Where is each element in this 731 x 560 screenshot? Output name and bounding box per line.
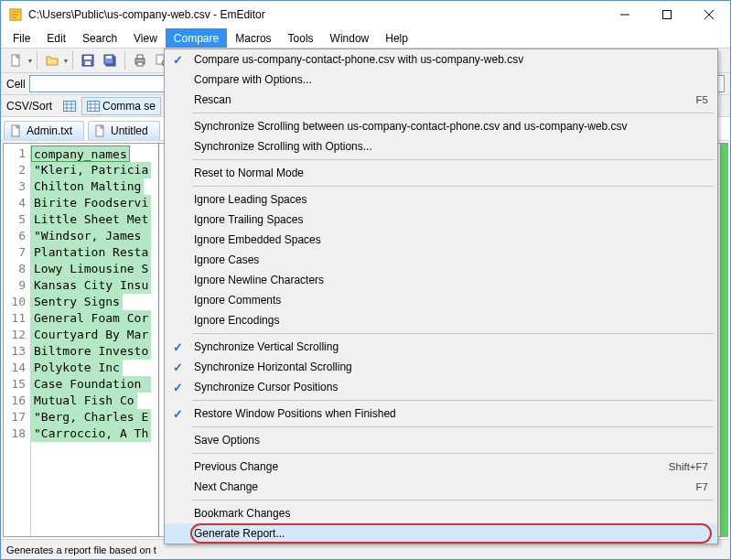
menu-edit[interactable]: Edit bbox=[38, 28, 74, 48]
menu-item[interactable]: Synchronize Scrolling with Options... bbox=[165, 136, 717, 156]
svg-rect-8 bbox=[106, 56, 112, 59]
menubar: FileEditSearchViewCompareMacrosToolsWind… bbox=[1, 28, 730, 48]
table-row[interactable]: General Foam Cor bbox=[31, 310, 158, 327]
menu-item[interactable]: Synchronize Scrolling between us-company… bbox=[165, 116, 717, 136]
table-row[interactable]: Chilton Malting bbox=[31, 178, 158, 195]
table-row[interactable]: Lowy Limousine S bbox=[31, 261, 158, 277]
print-icon[interactable] bbox=[130, 50, 150, 70]
dropdown-arrow-icon[interactable]: ▾ bbox=[28, 57, 32, 65]
table-row[interactable]: "Carroccio, A Th bbox=[31, 425, 158, 442]
table-row[interactable]: Mutual Fish Co bbox=[31, 393, 158, 409]
menu-item[interactable]: Ignore Trailing Spaces bbox=[165, 210, 717, 230]
menu-view[interactable]: View bbox=[125, 28, 166, 48]
menu-item[interactable]: Ignore Leading Spaces bbox=[165, 189, 717, 210]
table-row[interactable]: Biltmore Investo bbox=[31, 343, 158, 360]
menu-item-label: Ignore Leading Spaces bbox=[190, 193, 708, 206]
csv-mode-label: Comma se bbox=[102, 100, 156, 113]
csv-mode-button[interactable]: Comma se bbox=[81, 97, 161, 115]
menu-item[interactable]: Save Options bbox=[165, 430, 717, 450]
check-icon: ✓ bbox=[173, 361, 183, 374]
menu-item-label: Bookmark Changes bbox=[190, 507, 708, 520]
table-row[interactable]: company_names bbox=[31, 145, 158, 162]
menu-file[interactable]: File bbox=[5, 28, 38, 48]
table-row[interactable]: "Windsor, James bbox=[31, 228, 158, 244]
table-row[interactable]: Birite Foodservi bbox=[31, 195, 158, 211]
menu-item-label: Previous Change bbox=[190, 460, 669, 473]
table-row[interactable]: Plantation Resta bbox=[31, 244, 158, 261]
check-icon: ✓ bbox=[173, 407, 183, 421]
menu-item-label: Synchronize Scrolling with Options... bbox=[190, 140, 708, 153]
main-window: C:\Users\Public\us-company-web.csv - EmE… bbox=[0, 0, 731, 560]
menu-item-label: Ignore Comments bbox=[190, 294, 708, 307]
table-row[interactable]: Little Sheet Met bbox=[31, 211, 158, 228]
menu-tools[interactable]: Tools bbox=[280, 28, 322, 48]
table-row[interactable]: Kansas City Insu bbox=[31, 277, 158, 294]
new-file-icon[interactable] bbox=[6, 50, 27, 70]
menu-item[interactable]: Generate Report... bbox=[165, 523, 717, 544]
menu-item[interactable]: ✓Restore Window Positions when Finished bbox=[165, 404, 717, 424]
menu-item-label: Ignore Trailing Spaces bbox=[190, 213, 708, 226]
svg-rect-12 bbox=[156, 55, 164, 64]
menu-item[interactable]: Ignore Cases bbox=[165, 250, 717, 270]
menu-help[interactable]: Help bbox=[377, 28, 416, 48]
menu-item[interactable]: Compare with Options... bbox=[165, 70, 717, 90]
table-row[interactable]: Courtyard By Mar bbox=[31, 327, 158, 343]
menu-item[interactable]: Bookmark Changes bbox=[165, 503, 717, 523]
cell-label: Cell bbox=[6, 78, 26, 91]
menu-shortcut: F7 bbox=[696, 481, 708, 492]
document-tab[interactable]: Admin.txt bbox=[4, 121, 84, 140]
menu-item[interactable]: Ignore Encodings bbox=[165, 310, 717, 330]
table-row[interactable]: Sentry Signs bbox=[31, 294, 158, 310]
menu-search[interactable]: Search bbox=[74, 28, 125, 48]
menu-shortcut: F5 bbox=[696, 94, 708, 105]
menu-compare[interactable]: Compare bbox=[166, 28, 227, 48]
file-icon bbox=[10, 124, 23, 137]
menu-item[interactable]: ✓Compare us-company-contact-phone.csv wi… bbox=[165, 49, 717, 70]
menu-item[interactable]: Reset to Normal Mode bbox=[165, 163, 717, 183]
svg-rect-4 bbox=[84, 56, 91, 59]
menu-item-label: Ignore Encodings bbox=[190, 314, 708, 327]
svg-rect-15 bbox=[88, 101, 100, 111]
menu-item[interactable]: RescanF5 bbox=[165, 90, 717, 110]
menu-item[interactable]: Ignore Newline Characters bbox=[165, 270, 717, 290]
svg-rect-5 bbox=[85, 61, 91, 65]
check-icon: ✓ bbox=[173, 53, 183, 67]
menu-separator bbox=[192, 500, 714, 501]
table-row[interactable]: "Berg, Charles E bbox=[31, 409, 158, 425]
table-row[interactable]: Polykote Inc bbox=[31, 360, 158, 376]
menu-item[interactable]: Ignore Embedded Spaces bbox=[165, 230, 717, 250]
csv-grid-button[interactable] bbox=[58, 98, 81, 114]
menu-shortcut: Shift+F7 bbox=[669, 461, 708, 472]
menu-item-label: Restore Window Positions when Finished bbox=[190, 407, 708, 420]
menu-item[interactable]: Previous ChangeShift+F7 bbox=[165, 457, 717, 477]
maximize-button[interactable] bbox=[646, 1, 688, 28]
svg-rect-11 bbox=[137, 62, 143, 66]
save-icon[interactable] bbox=[78, 50, 98, 70]
menu-item[interactable]: ✓Synchronize Horizontal Scrolling bbox=[165, 357, 717, 377]
menu-item-label: Save Options bbox=[190, 434, 708, 447]
menu-item[interactable]: ✓Synchronize Cursor Positions bbox=[165, 377, 717, 397]
diff-overview-stripe bbox=[720, 144, 727, 536]
menu-separator bbox=[192, 186, 714, 187]
csv-sort-label: CSV/Sort bbox=[6, 100, 52, 113]
close-button[interactable] bbox=[688, 1, 730, 28]
menu-item[interactable]: Next ChangeF7 bbox=[165, 477, 717, 497]
table-row[interactable]: Case Foundation bbox=[31, 376, 158, 393]
menu-macros[interactable]: Macros bbox=[227, 28, 279, 48]
app-icon bbox=[8, 7, 23, 22]
menu-item[interactable]: ✓Synchronize Vertical Scrolling bbox=[165, 337, 717, 357]
table-row[interactable]: "Kleri, Patricia bbox=[31, 162, 158, 178]
document-tab[interactable]: Untitled bbox=[88, 121, 160, 140]
menu-separator bbox=[192, 113, 714, 113]
svg-rect-14 bbox=[64, 101, 76, 111]
menu-item-label: Reset to Normal Mode bbox=[190, 167, 708, 179]
save-all-icon[interactable] bbox=[100, 50, 120, 70]
menu-item-label: Ignore Cases bbox=[190, 253, 708, 266]
open-file-icon[interactable] bbox=[42, 50, 62, 70]
minimize-button[interactable] bbox=[604, 1, 646, 28]
menu-item[interactable]: Ignore Comments bbox=[165, 290, 717, 310]
dropdown-arrow-icon[interactable]: ▾ bbox=[64, 57, 68, 65]
text-editor[interactable]: company_names"Kleri, PatriciaChilton Mal… bbox=[31, 144, 159, 536]
menu-separator bbox=[192, 159, 714, 160]
menu-window[interactable]: Window bbox=[322, 28, 378, 48]
